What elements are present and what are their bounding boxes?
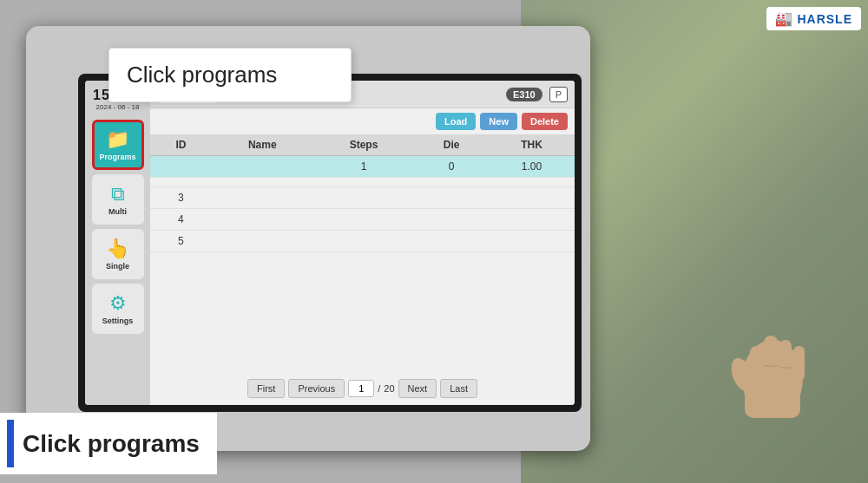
cell-steps-4 <box>313 231 415 252</box>
multi-label: Multi <box>108 207 127 216</box>
cell-die-1 <box>414 178 489 187</box>
pagination: First Previous / 20 Next Last <box>150 372 575 405</box>
callout-box: Click programs <box>108 48 352 102</box>
cell-thk-0: 1.00 <box>489 156 575 178</box>
settings-button[interactable]: ⚙ Settings <box>92 284 144 334</box>
cell-die-4 <box>414 231 489 252</box>
cell-die-3 <box>414 209 489 231</box>
bottom-caption: Click programs <box>0 413 217 474</box>
top-right: E310 P <box>506 87 568 102</box>
cell-name-1 <box>212 178 313 187</box>
table-row[interactable]: 3 <box>150 187 575 209</box>
cell-steps-3 <box>313 209 415 231</box>
total-pages: 20 <box>384 383 394 394</box>
programs-table: ID Name Steps Die THK 101.00345 <box>150 134 575 252</box>
col-die: Die <box>414 134 489 156</box>
action-bar: Load New Delete <box>150 108 575 134</box>
svg-rect-4 <box>793 346 805 381</box>
col-id: ID <box>150 134 212 156</box>
hand-svg <box>720 292 825 431</box>
single-icon: 👆 <box>106 238 129 260</box>
next-page-button[interactable]: Next <box>398 379 437 398</box>
current-page-input[interactable] <box>348 380 374 397</box>
caption-blue-accent <box>7 420 14 467</box>
multi-button[interactable]: ⧉ Multi <box>92 174 144 225</box>
programs-icon: 📁 <box>106 128 129 151</box>
new-button[interactable]: New <box>480 113 517 130</box>
table-row[interactable]: 4 <box>150 209 575 231</box>
cell-name-4 <box>212 231 313 252</box>
sidebar: 15 : 31 2024 - 06 - 18 📁 Programs ⧉ Mult… <box>85 81 150 405</box>
svg-rect-2 <box>764 336 778 379</box>
table-row[interactable]: 5 <box>150 231 575 252</box>
p-mode-badge: P <box>549 87 568 102</box>
table-row[interactable]: 101.00 <box>150 156 575 178</box>
cell-thk-3 <box>489 209 575 231</box>
programs-table-wrapper: ID Name Steps Die THK 101.00345 <box>150 134 575 372</box>
cell-thk-1 <box>489 178 575 187</box>
programs-label: Programs <box>99 153 135 161</box>
cell-id-3: 4 <box>150 209 212 231</box>
cell-name-0 <box>212 156 313 178</box>
settings-icon: ⚙ <box>109 292 127 315</box>
device-model-badge: E310 <box>506 88 542 101</box>
previous-page-button[interactable]: Previous <box>288 379 345 398</box>
cell-thk-4 <box>489 231 575 252</box>
col-thk: THK <box>489 134 575 156</box>
cell-die-2 <box>414 187 489 209</box>
load-button[interactable]: Load <box>436 113 476 130</box>
cell-steps-2 <box>313 187 415 209</box>
single-label: Single <box>106 262 129 271</box>
hand-pointer <box>720 292 825 431</box>
cell-id-0 <box>150 156 212 178</box>
svg-rect-3 <box>779 340 792 379</box>
first-page-button[interactable]: First <box>247 379 285 398</box>
caption-bar: Click programs <box>0 413 217 474</box>
col-name: Name <box>212 134 313 156</box>
caption-text: Click programs <box>23 430 200 458</box>
single-button[interactable]: 👆 Single <box>92 229 144 279</box>
multi-icon: ⧉ <box>111 183 125 206</box>
delete-button[interactable]: Delete <box>522 113 568 130</box>
table-row[interactable] <box>150 178 575 187</box>
cell-die-0: 0 <box>414 156 489 178</box>
table-header-row: ID Name Steps Die THK <box>150 134 575 156</box>
cell-steps-1 <box>313 178 415 187</box>
screen-bezel: 15 : 31 2024 - 06 - 18 📁 Programs ⧉ Mult… <box>78 74 582 412</box>
harsle-logo: 🏭 HARSLE <box>766 7 861 30</box>
cell-name-3 <box>212 209 313 231</box>
cell-name-2 <box>212 187 313 209</box>
callout-text: Click programs <box>127 62 277 88</box>
cell-id-1 <box>150 178 212 187</box>
settings-label: Settings <box>102 317 134 325</box>
harsle-logo-text: HARSLE <box>797 12 852 26</box>
clock-date: 2024 - 06 - 18 <box>93 103 142 111</box>
col-steps: Steps <box>313 134 415 156</box>
cell-thk-2 <box>489 187 575 209</box>
harsle-logo-icon: 🏭 <box>775 10 792 27</box>
last-page-button[interactable]: Last <box>440 379 477 398</box>
screen: 15 : 31 2024 - 06 - 18 📁 Programs ⧉ Mult… <box>85 81 575 405</box>
programs-button[interactable]: 📁 Programs <box>92 120 144 170</box>
cell-steps-0: 1 <box>313 156 415 178</box>
main-content: ∿ PROG E310 P Load New Delete <box>150 81 575 405</box>
time-hours: 15 <box>93 88 110 102</box>
cell-id-4: 5 <box>150 231 212 252</box>
page-separator: / <box>378 383 380 394</box>
cell-id-2: 3 <box>150 187 212 209</box>
